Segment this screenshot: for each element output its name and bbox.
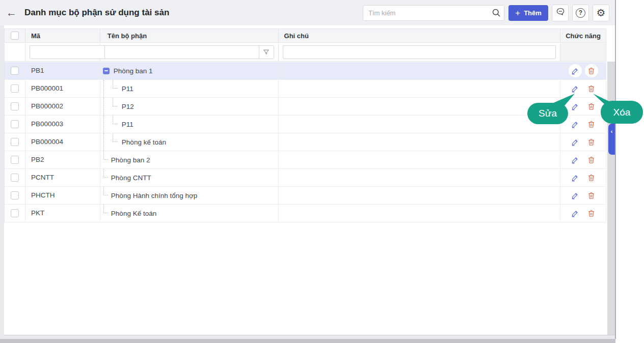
delete-button[interactable] — [585, 118, 598, 131]
delete-button[interactable] — [585, 207, 598, 220]
top-bar: ← Danh mục bộ phận sử dụng tài sản + Thê… — [0, 0, 615, 25]
table-row[interactable]: PB000002 P12 — [4, 98, 606, 116]
cell-note — [279, 205, 561, 222]
table-header-row: Mã Tên bộ phận Ghi chú Chức năng — [4, 28, 606, 43]
delete-button[interactable] — [585, 153, 598, 166]
edit-button[interactable] — [569, 153, 582, 166]
table-row[interactable]: PHCTH Phòng Hành chính tổng hợp — [4, 187, 606, 205]
row-checkbox[interactable] — [11, 138, 19, 146]
edit-button[interactable] — [569, 189, 582, 202]
row-checkbox[interactable] — [11, 156, 19, 164]
row-checkbox[interactable] — [11, 120, 19, 128]
collapse-icon[interactable] — [103, 68, 110, 74]
back-arrow-icon[interactable]: ← — [6, 7, 21, 19]
cell-note — [279, 169, 561, 186]
help-button[interactable]: ? — [572, 5, 589, 21]
cell-note — [279, 116, 561, 133]
table-filter-row — [4, 43, 606, 62]
search-icon[interactable] — [489, 8, 504, 18]
row-checkbox[interactable] — [11, 84, 19, 93]
cell-code: PB2 — [25, 151, 100, 168]
column-header-code[interactable]: Mã — [25, 29, 100, 42]
cell-code: PB000002 — [25, 98, 100, 115]
row-checkbox[interactable] — [11, 174, 19, 182]
horizontal-scrollbar-track[interactable] — [4, 335, 615, 339]
cell-note — [279, 98, 561, 115]
cell-note — [279, 80, 561, 97]
side-panel-toggle[interactable]: ‹ — [608, 124, 615, 155]
edit-button[interactable] — [569, 207, 582, 220]
delete-button[interactable] — [585, 189, 598, 202]
edit-button[interactable] — [569, 118, 582, 131]
row-checkbox[interactable] — [11, 209, 19, 217]
edit-button[interactable] — [569, 171, 582, 184]
table-row[interactable]: PB000004 Phòng kế toán — [4, 133, 606, 151]
delete-button[interactable] — [585, 64, 598, 77]
cell-code: PB000001 — [25, 80, 100, 97]
cell-name: Phòng ban 1 — [114, 67, 153, 75]
window-right-border — [615, 0, 616, 339]
left-margin-strip — [0, 25, 4, 339]
cell-name: P11 — [122, 85, 133, 93]
filter-funnel-icon[interactable] — [259, 46, 274, 59]
edit-button[interactable] — [569, 64, 582, 77]
cell-name: Phòng kế toán — [122, 138, 166, 146]
search-box[interactable] — [363, 5, 504, 21]
cell-code: PCNTT — [25, 169, 100, 186]
chevron-left-icon: ‹ — [611, 128, 613, 155]
edit-callout-label: Sửa — [539, 108, 557, 119]
cell-note — [279, 151, 561, 168]
cell-name: Phòng Hành chính tổng hợp — [111, 192, 197, 199]
table-row[interactable]: PCNTT Phòng CNTT — [4, 169, 606, 187]
column-header-note[interactable]: Ghi chú — [279, 29, 561, 42]
table-row[interactable]: PB000001 P11 — [4, 80, 606, 98]
column-header-name[interactable]: Tên bộ phận — [100, 29, 279, 42]
filter-name-input[interactable] — [105, 46, 259, 59]
cell-name: P12 — [122, 103, 134, 110]
cell-note — [279, 187, 561, 204]
delete-callout: Xóa — [601, 101, 643, 124]
delete-callout-label: Xóa — [613, 107, 631, 118]
cell-code: PB000003 — [25, 116, 100, 133]
filter-note-input[interactable] — [283, 46, 555, 59]
feedback-icon — [555, 7, 566, 19]
row-checkbox[interactable] — [11, 67, 19, 75]
app-window: ← Danh mục bộ phận sử dụng tài sản + Thê… — [0, 0, 644, 343]
delete-button[interactable] — [585, 171, 598, 184]
page-title: Danh mục bộ phận sử dụng tài sản — [24, 8, 169, 18]
help-icon: ? — [576, 8, 585, 18]
cell-name: Phòng Kế toán — [111, 210, 156, 217]
cell-code: PHCTH — [25, 187, 100, 204]
table-row[interactable]: PB1 Phòng ban 1 — [4, 62, 606, 80]
plus-icon: + — [515, 9, 520, 17]
search-input[interactable] — [363, 9, 489, 17]
cell-name: P11 — [122, 121, 133, 128]
settings-button[interactable]: ⚙ — [593, 5, 609, 21]
cell-note — [279, 133, 561, 151]
cell-name: Phòng CNTT — [111, 174, 151, 182]
cell-code: PB1 — [25, 62, 100, 79]
column-header-actions: Chức năng — [560, 29, 606, 42]
horizontal-scrollbar[interactable] — [0, 339, 615, 343]
edit-button[interactable] — [569, 135, 582, 149]
feedback-button[interactable] — [552, 5, 569, 21]
cell-name: Phòng ban 2 — [111, 156, 150, 164]
table-row[interactable]: PB2 Phòng ban 2 — [4, 151, 606, 169]
row-checkbox[interactable] — [11, 191, 19, 199]
gear-icon: ⚙ — [597, 8, 606, 18]
table-row[interactable]: PB000003 P11 — [4, 116, 606, 133]
cell-code: PKT — [25, 205, 100, 222]
edit-callout: Sửa — [527, 103, 568, 124]
add-button-label: Thêm — [524, 9, 542, 17]
row-checkbox[interactable] — [11, 102, 19, 110]
select-all-checkbox[interactable] — [11, 32, 19, 40]
cell-note — [279, 62, 561, 79]
add-button[interactable]: + Thêm — [508, 5, 548, 21]
cell-code: PB000004 — [25, 133, 100, 151]
table-row[interactable]: PKT Phòng Kế toán — [4, 205, 606, 222]
delete-button[interactable] — [585, 135, 598, 149]
